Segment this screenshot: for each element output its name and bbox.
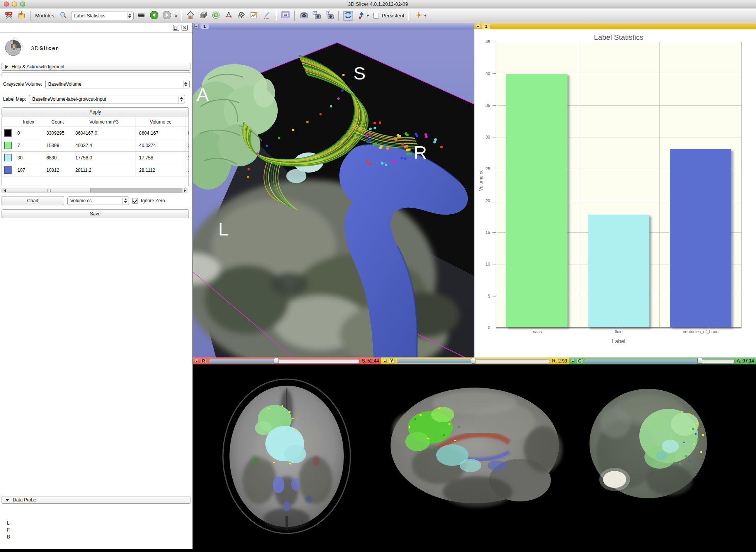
- module-panel: 3DSlicer Help & Acknowledgement Grayscal…: [0, 23, 193, 549]
- table-row[interactable]: 1071081228111.228.11121: [2, 164, 189, 176]
- module-back-button[interactable]: [149, 11, 159, 21]
- row-color-swatch: [2, 139, 14, 151]
- label-map-selector[interactable]: BaselineVolume-label-growcut-input: [29, 95, 185, 103]
- rotate-view-button[interactable]: [343, 11, 353, 21]
- scroll-left-button[interactable]: [2, 188, 7, 193]
- y-tick-label: 20: [486, 198, 490, 203]
- 3d-rendering-viewport[interactable]: A S R L: [193, 29, 474, 357]
- stats-table-body: 033092958604167.08604.167071539940037.44…: [2, 127, 189, 176]
- minimize-view-button[interactable]: [194, 24, 199, 28]
- cell-clipped: 0: [185, 127, 189, 139]
- table-row[interactable]: 71539940037.440.03742: [2, 139, 189, 152]
- coronal-slice-viewport[interactable]: [569, 364, 756, 552]
- annotation-pen-button[interactable]: [262, 11, 272, 21]
- count-column-header[interactable]: Count: [43, 117, 72, 127]
- module-history-button[interactable]: [136, 11, 146, 21]
- table-row[interactable]: 033092958604167.08604.1670: [2, 127, 189, 139]
- chart-button[interactable]: Chart: [2, 196, 64, 205]
- minimize-view-button[interactable]: [195, 359, 199, 363]
- save-scene-button[interactable]: [17, 11, 27, 21]
- module-search-button[interactable]: [58, 11, 68, 21]
- cell-index: 0: [14, 127, 43, 139]
- table-horizontal-scrollbar[interactable]: [2, 188, 188, 193]
- y-tick-label: 0: [488, 325, 490, 330]
- chart-view-tab[interactable]: 1: [482, 24, 490, 29]
- module-forward-button[interactable]: [162, 11, 172, 21]
- table-row[interactable]: 30683017758.017.7581: [2, 152, 189, 164]
- slider-handle[interactable]: [274, 358, 279, 364]
- help-section-title: Help & Acknowledgement: [12, 64, 65, 69]
- cell-volume-cc: 8604.167: [136, 127, 185, 139]
- extension-manager-button[interactable]: [211, 11, 221, 21]
- screenshot-button[interactable]: [299, 11, 309, 21]
- cell-volume-mm3: 40037.4: [72, 139, 136, 151]
- chart-metric-value: Volume cc: [70, 198, 92, 203]
- scene-view-button[interactable]: [312, 11, 322, 21]
- y-tick-mark: [493, 328, 496, 328]
- chart-metric-selector[interactable]: Volume cc: [67, 196, 129, 205]
- home-module-button[interactable]: [185, 11, 195, 21]
- cell-clipped: 2: [185, 139, 189, 151]
- undock-panel-button[interactable]: [173, 25, 179, 31]
- label-color-swatch: [4, 166, 12, 174]
- cell-clipped: 1: [185, 164, 189, 176]
- axial-slice-viewport[interactable]: [193, 364, 381, 552]
- y-tick-mark: [493, 73, 496, 74]
- ignore-zero-label: Ignore Zero: [141, 198, 165, 203]
- modules-selector[interactable]: Label Statistics: [71, 12, 134, 20]
- slider-handle[interactable]: [697, 358, 702, 364]
- minimize-view-button[interactable]: [383, 359, 387, 363]
- close-panel-button[interactable]: [182, 25, 188, 31]
- cell-volume-mm3: 28111.2: [72, 164, 136, 176]
- y-tick-mark: [493, 42, 496, 42]
- toolbar-overflow-chevron[interactable]: »: [175, 13, 177, 19]
- collapsed-section-body: [2, 72, 191, 77]
- data-probe-section[interactable]: Data Probe: [2, 496, 190, 504]
- yellow-slice-slider[interactable]: [397, 359, 550, 363]
- label-color-swatch: [4, 142, 12, 149]
- volume-cc-column-header[interactable]: Volume cc: [136, 117, 185, 127]
- scroll-right-button[interactable]: [182, 188, 188, 193]
- cell-count: 10812: [43, 164, 72, 176]
- layout-selector-button[interactable]: [280, 11, 291, 21]
- chart-view-titlebar: 1: [474, 23, 756, 29]
- apply-button[interactable]: Apply: [2, 107, 189, 116]
- slider-handle[interactable]: [471, 358, 476, 364]
- transforms-button[interactable]: [236, 11, 246, 21]
- module-hierarchy-button[interactable]: [224, 11, 234, 21]
- grayscale-volume-selector[interactable]: BaselineVolume: [45, 80, 190, 88]
- crosshair-button[interactable]: [413, 11, 429, 21]
- minimize-view-button[interactable]: [476, 24, 480, 28]
- volume-mm3-column-header[interactable]: Volume mm^3: [72, 117, 136, 127]
- chevron-down-icon: [424, 15, 427, 17]
- red-slice-label[interactable]: R: [200, 358, 207, 364]
- chart-x-axis-title: Label: [496, 338, 742, 344]
- 3d-view-tab[interactable]: 1: [200, 24, 209, 29]
- minimize-view-button[interactable]: [571, 359, 575, 363]
- green-slice-label[interactable]: G: [577, 358, 583, 364]
- main-toolbar: Modules: Label Statistics »: [0, 8, 756, 23]
- help-acknowledgement-section[interactable]: Help & Acknowledgement: [2, 63, 190, 71]
- yellow-slice-label[interactable]: Y: [389, 358, 395, 364]
- place-fiducial-button[interactable]: [356, 11, 370, 21]
- scrollbar-thumb[interactable]: [7, 188, 91, 193]
- index-column-header[interactable]: Index: [14, 117, 43, 127]
- toolbar-separator: [181, 11, 182, 21]
- scene-capture-button[interactable]: [324, 11, 335, 21]
- ignore-zero-checkbox[interactable]: [132, 198, 138, 204]
- load-scene-button[interactable]: [4, 11, 14, 21]
- cell-clipped: 1: [185, 152, 189, 164]
- persistent-checkbox[interactable]: [373, 13, 379, 19]
- extensions-button[interactable]: [198, 11, 208, 21]
- green-slice-slider[interactable]: [585, 359, 735, 363]
- slicer-logo: [3, 35, 25, 61]
- table-header-row: Index Count Volume mm^3 Volume cc: [2, 117, 189, 127]
- label-statistics-table[interactable]: Index Count Volume mm^3 Volume cc 033092…: [2, 117, 189, 186]
- chart-edit-button[interactable]: [249, 11, 259, 21]
- red-slice-slider[interactable]: [209, 359, 360, 363]
- chart-plot[interactable]: [496, 42, 742, 328]
- cell-index: 30: [14, 152, 43, 164]
- save-button[interactable]: Save: [2, 209, 189, 218]
- sagittal-slice-viewport[interactable]: [381, 364, 569, 552]
- module-hierarchy-icon: [224, 11, 233, 20]
